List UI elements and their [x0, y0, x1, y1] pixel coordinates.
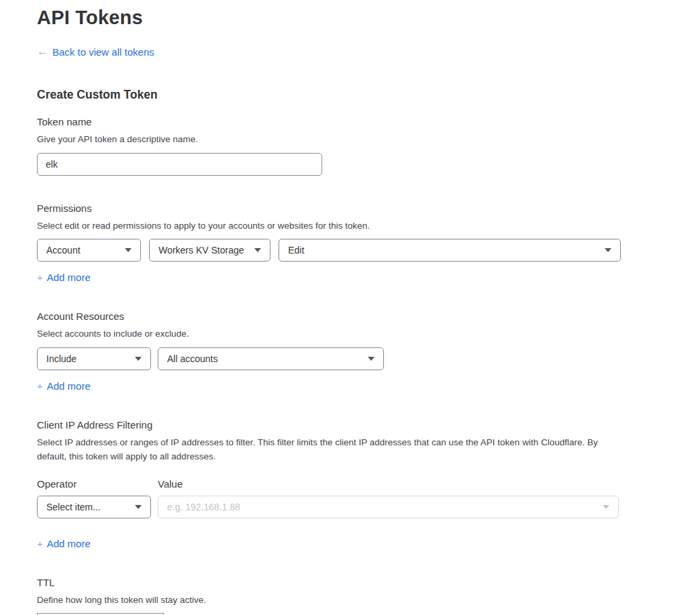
chevron-down-icon — [605, 248, 611, 252]
add-more-label: Add more — [47, 272, 91, 283]
ip-value-placeholder: e.g. 192.168.1.88 — [167, 502, 240, 512]
ttl-date-range-picker[interactable]: Start Date → End Date — [37, 613, 164, 615]
permissions-label: Permissions — [37, 203, 621, 214]
chevron-down-icon — [603, 505, 609, 509]
chevron-down-icon — [135, 505, 142, 509]
add-more-label: Add more — [47, 538, 91, 549]
plus-icon: + — [37, 272, 43, 283]
chevron-down-icon — [368, 357, 374, 361]
account-resources-help: Select accounts to include or exclude. — [37, 327, 621, 341]
add-more-label: Add more — [47, 380, 91, 392]
back-to-tokens-link[interactable]: ← Back to view all tokens — [37, 46, 154, 58]
chevron-down-icon — [125, 248, 132, 252]
permission-scope-value: Account — [46, 245, 81, 256]
ttl-label: TTL — [37, 577, 621, 588]
include-exclude-value: Include — [46, 353, 77, 364]
accounts-select[interactable]: All accounts — [158, 347, 384, 370]
api-tokens-page: API Tokens ← Back to view all tokens Cre… — [0, 0, 621, 615]
back-arrow-icon: ← — [37, 46, 48, 58]
operator-label: Operator — [37, 478, 158, 490]
account-resources-label: Account Resources — [37, 311, 621, 322]
permission-resource-value: Workers KV Storage — [158, 245, 244, 256]
accounts-value: All accounts — [167, 353, 217, 364]
create-custom-token-heading: Create Custom Token — [37, 88, 621, 102]
plus-icon: + — [37, 380, 43, 392]
ip-filtering-label: Client IP Address Filtering — [37, 419, 621, 431]
token-name-label: Token name — [37, 116, 621, 127]
ip-filtering-row: Select item... e.g. 192.168.1.88 — [37, 496, 621, 518]
include-exclude-select[interactable]: Include — [37, 347, 151, 370]
account-resources-row: Include All accounts — [37, 347, 621, 370]
page-title: API Tokens — [37, 7, 621, 29]
operator-select[interactable]: Select item... — [37, 496, 151, 518]
chevron-down-icon — [254, 248, 261, 252]
token-name-input[interactable] — [37, 153, 322, 176]
permissions-add-more-link[interactable]: + Add more — [37, 272, 91, 283]
plus-icon: + — [37, 538, 43, 549]
permission-access-value: Edit — [288, 245, 304, 256]
ttl-help: Define how long this token will stay act… — [37, 593, 621, 608]
token-name-help: Give your API token a descriptive name. — [37, 132, 621, 147]
operator-value-labels: Operator Value — [37, 478, 621, 490]
chevron-down-icon — [135, 357, 142, 361]
ip-filtering-help: Select IP addresses or ranges of IP addr… — [37, 435, 618, 464]
account-resources-add-more-link[interactable]: + Add more — [37, 380, 91, 392]
back-link-label: Back to view all tokens — [52, 46, 154, 58]
operator-value: Select item... — [46, 502, 101, 512]
permission-scope-select[interactable]: Account — [37, 239, 141, 262]
permission-resource-select[interactable]: Workers KV Storage — [149, 239, 270, 262]
ip-filtering-add-more-link[interactable]: + Add more — [37, 538, 91, 549]
permissions-row: Account Workers KV Storage Edit — [37, 239, 621, 262]
ip-value-select[interactable]: e.g. 192.168.1.88 — [158, 496, 619, 518]
permissions-help: Select edit or read permissions to apply… — [37, 219, 621, 233]
value-label: Value — [158, 478, 183, 490]
permission-access-select[interactable]: Edit — [279, 239, 621, 262]
